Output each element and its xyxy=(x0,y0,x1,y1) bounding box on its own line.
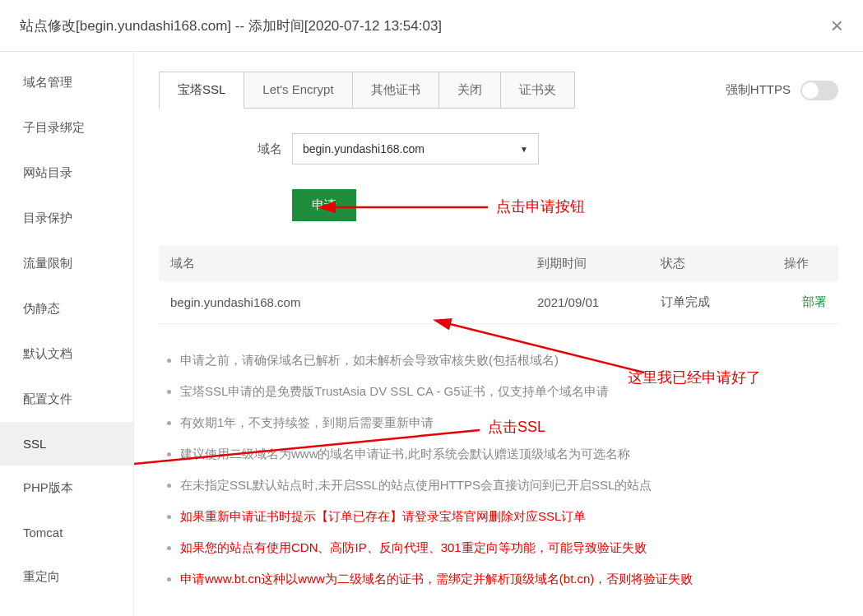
note-item-3: 建议使用二级域名为www的域名申请证书,此时系统会默认赠送顶级域名为可选名称 xyxy=(180,444,838,464)
table-header-row: 域名 到期时间 状态 操作 xyxy=(159,246,838,281)
tab-1[interactable]: Let's Encrypt xyxy=(244,72,352,108)
force-https-group: 强制HTTPS xyxy=(726,81,838,100)
cell-expire: 2021/09/01 xyxy=(526,281,649,324)
sidebar-item-4[interactable]: 流量限制 xyxy=(0,241,133,286)
domain-select-value: begin.yundashi168.com xyxy=(303,142,425,155)
tab-0[interactable]: 宝塔SSL xyxy=(159,72,244,109)
tabs: 宝塔SSLLet's Encrypt其他证书关闭证书夹 xyxy=(159,72,574,109)
note-item-5: 如果重新申请证书时提示【订单已存在】请登录宝塔官网删除对应SSL订单 xyxy=(180,507,838,526)
deploy-link[interactable]: 部署 xyxy=(802,294,827,308)
note-item-4: 在未指定SSL默认站点时,未开启SSL的站点使用HTTPS会直接访问到已开启SS… xyxy=(180,475,838,495)
sidebar-item-2[interactable]: 网站目录 xyxy=(0,151,133,196)
sidebar-item-7[interactable]: 配置文件 xyxy=(0,377,133,422)
domain-form-row: 域名 begin.yundashi168.com ▼ xyxy=(159,133,838,164)
note-item-0: 申请之前，请确保域名已解析，如未解析会导致审核失败(包括根域名) xyxy=(180,350,838,370)
sidebar-item-1[interactable]: 子目录绑定 xyxy=(0,105,133,151)
tab-4[interactable]: 证书夹 xyxy=(500,72,575,108)
force-https-label: 强制HTTPS xyxy=(726,82,791,98)
th-status: 状态 xyxy=(649,246,773,281)
apply-button[interactable]: 申请 xyxy=(292,189,356,221)
tab-2[interactable]: 其他证书 xyxy=(352,72,439,108)
table-row: begin.yundashi168.com 2021/09/01 订单完成 部署 xyxy=(159,281,838,324)
cell-domain: begin.yundashi168.com xyxy=(159,281,526,324)
note-item-6: 如果您的站点有使用CDN、高防IP、反向代理、301重定向等功能，可能导致验证失… xyxy=(180,538,838,558)
toggle-knob xyxy=(802,82,819,99)
sidebar-item-9[interactable]: PHP版本 xyxy=(0,465,133,511)
cell-status: 订单完成 xyxy=(649,281,773,324)
tabs-row: 宝塔SSLLet's Encrypt其他证书关闭证书夹 强制HTTPS xyxy=(159,72,838,109)
force-https-toggle[interactable] xyxy=(800,81,838,100)
th-domain: 域名 xyxy=(159,246,526,281)
sidebar: 域名管理子目录绑定网站目录目录保护流量限制伪静态默认文档配置文件SSLPHP版本… xyxy=(0,52,134,616)
tab-3[interactable]: 关闭 xyxy=(438,72,501,108)
chevron-down-icon: ▼ xyxy=(520,145,528,154)
cert-table: 域名 到期时间 状态 操作 begin.yundashi168.com 2021… xyxy=(159,246,838,324)
cell-op: 部署 xyxy=(773,281,838,324)
sidebar-item-3[interactable]: 目录保护 xyxy=(0,196,133,241)
modal-title: 站点修改[begin.yundashi168.com] -- 添加时间[2020… xyxy=(20,16,442,35)
domain-label: 域名 xyxy=(216,141,282,157)
modal-body: 域名管理子目录绑定网站目录目录保护流量限制伪静态默认文档配置文件SSLPHP版本… xyxy=(0,52,863,616)
sidebar-item-5[interactable]: 伪静态 xyxy=(0,286,133,331)
content-area: 宝塔SSLLet's Encrypt其他证书关闭证书夹 强制HTTPS 域名 b… xyxy=(134,52,863,616)
th-expire: 到期时间 xyxy=(526,246,649,281)
note-item-1: 宝塔SSL申请的是免费版TrustAsia DV SSL CA - G5证书，仅… xyxy=(180,382,838,401)
sidebar-item-11[interactable]: 重定向 xyxy=(0,554,133,600)
sidebar-item-10[interactable]: Tomcat xyxy=(0,511,133,554)
note-item-2: 有效期1年，不支持续签，到期后需要重新申请 xyxy=(180,413,838,433)
note-item-7: 申请www.bt.cn这种以www为二级域名的证书，需绑定并解析顶级域名(bt.… xyxy=(180,569,838,589)
modal-header: 站点修改[begin.yundashi168.com] -- 添加时间[2020… xyxy=(0,0,863,52)
sidebar-item-8[interactable]: SSL xyxy=(0,422,133,465)
sidebar-item-6[interactable]: 默认文档 xyxy=(0,331,133,377)
close-icon[interactable]: × xyxy=(831,15,843,36)
domain-select[interactable]: begin.yundashi168.com ▼ xyxy=(292,133,539,164)
th-op: 操作 xyxy=(773,246,838,281)
notes-list: 申请之前，请确保域名已解析，如未解析会导致审核失败(包括根域名)宝塔SSL申请的… xyxy=(159,350,838,589)
apply-row: 申请 xyxy=(159,189,838,221)
sidebar-item-0[interactable]: 域名管理 xyxy=(0,60,133,105)
